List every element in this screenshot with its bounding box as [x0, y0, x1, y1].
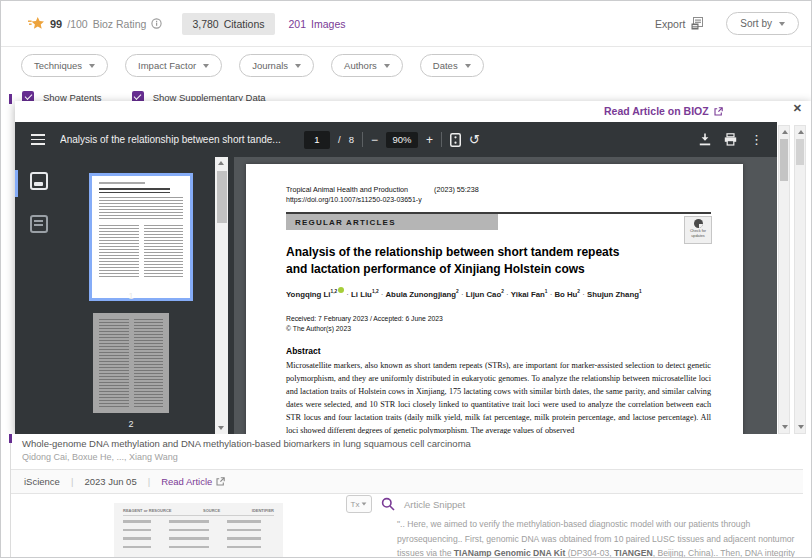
pdf-page-1: Tropical Animal Health and Production(20… — [246, 164, 743, 434]
author-separator: · — [504, 290, 511, 299]
page-thumbnail-2[interactable] — [93, 313, 169, 413]
search-icon[interactable] — [381, 497, 395, 511]
card-accent-top — [9, 94, 12, 104]
citations-label: Citations — [224, 18, 265, 30]
scroll-up-icon[interactable] — [218, 161, 224, 165]
abstract-text: Microsatellite markers, also known as sh… — [286, 359, 711, 434]
article-figure-thumbnail[interactable]: REAGENT or RESOURCE SOURCE IDENTIFIER — [114, 503, 283, 558]
external-link-icon — [714, 107, 723, 116]
read-article-on-bioz-link[interactable]: Read Article on BIOZ — [604, 105, 723, 117]
sidebar-selection-indicator — [15, 170, 18, 197]
scroll-down-icon[interactable] — [798, 425, 804, 429]
filter-dates[interactable]: Dates — [420, 54, 484, 77]
article-preview-modal: Read Article on BIOZ ✕ Analysis of the r… — [15, 101, 811, 434]
meta-divider: | — [148, 476, 150, 487]
filter-techniques[interactable]: Techniques — [21, 54, 108, 77]
author-list: Yongqing Li1,2 · Li Liu1,2 · Abula Zunon… — [286, 287, 642, 299]
table-header: SOURCE — [203, 508, 220, 513]
scroll-up-icon[interactable] — [798, 130, 804, 134]
modal-scrollbar[interactable] — [794, 125, 806, 434]
author: Yikai Fan1 — [511, 290, 548, 299]
author: Li Liu1,2 — [351, 290, 378, 299]
images-tab[interactable]: 201 Images — [289, 18, 346, 30]
filter-label: Dates — [433, 60, 458, 71]
pdf-scrollbar[interactable] — [778, 125, 790, 434]
page-number-input[interactable] — [304, 131, 330, 149]
author: Bo Hu2 — [554, 290, 580, 299]
toolbar-divider — [362, 132, 363, 147]
page-controls: / 8 − 90% + ↺ — [304, 122, 480, 157]
citation-card: Whole-genome DNA methylation and DNA met… — [1, 434, 811, 558]
filter-impact-factor[interactable]: Impact Factor — [125, 54, 222, 77]
rating-label: Bioz Rating — [93, 18, 147, 30]
citations-tab[interactable]: 3,780 Citations — [182, 13, 274, 35]
bioz-star-icon — [28, 16, 45, 32]
images-label: Images — [311, 18, 345, 30]
citation-title[interactable]: Whole-genome DNA methylation and DNA met… — [22, 438, 471, 449]
scroll-down-icon[interactable] — [218, 426, 224, 430]
export-button[interactable]: Export — [655, 17, 704, 30]
scroll-down-icon[interactable] — [782, 425, 788, 429]
section-banner: REGULAR ARTICLES — [286, 214, 498, 230]
chevron-down-icon — [295, 64, 301, 68]
dates-block: Received: 7 February 2023 / Accepted: 6 … — [286, 314, 443, 334]
pdf-viewer: Analysis of the relationship between sho… — [15, 122, 777, 434]
images-count: 201 — [289, 18, 307, 30]
card-accent-purple — [9, 434, 12, 443]
table-header: IDENTIFIER — [252, 508, 274, 513]
pdf-content-area: Tropical Animal Health and Production(20… — [234, 157, 777, 434]
scrollbar-thumb[interactable] — [217, 171, 227, 223]
info-icon[interactable] — [151, 18, 162, 29]
download-icon[interactable] — [699, 133, 711, 146]
filter-journals[interactable]: Journals — [239, 54, 314, 77]
pdf-body: 1 2 Tropical Animal Health and Prod — [15, 157, 777, 434]
author: Yongqing Li1,2 — [286, 290, 344, 299]
article-snippet-section: Tx Article Snippet ".. Here, we aimed to… — [346, 495, 798, 558]
rating-denominator: /100 — [67, 18, 87, 30]
scrollbar-thumb[interactable] — [796, 139, 804, 165]
table-header: REAGENT or RESOURCE — [123, 508, 171, 513]
menu-icon[interactable] — [31, 134, 45, 144]
copyright: © The Author(s) 2023 — [286, 324, 443, 334]
author-separator: · — [580, 290, 587, 299]
filter-label: Impact Factor — [138, 60, 196, 71]
journal-issue: (2023) 55:238 — [434, 185, 479, 194]
text-size-dropdown[interactable]: Tx — [346, 495, 372, 513]
export-csv-icon — [691, 17, 704, 30]
chevron-down-icon — [203, 64, 209, 68]
thumbnails-view-icon[interactable] — [30, 172, 48, 190]
bioz-product-page: 99/100 Bioz Rating 3,780 Citations 201 I… — [0, 0, 812, 558]
article-title: Analysis of the relationship between sho… — [286, 244, 619, 277]
read-article-link[interactable]: Read Article — [161, 476, 225, 487]
total-pages: 8 — [349, 134, 354, 145]
print-icon[interactable] — [724, 133, 737, 146]
journal-name: Tropical Animal Health and Production — [286, 185, 408, 194]
meta-divider: | — [71, 476, 73, 487]
thumbnail-label: 1 — [86, 291, 176, 301]
scrollbar-thumb[interactable] — [780, 139, 788, 181]
snippet-product-name: TIANamp Genomic DNA Kit — [454, 548, 565, 558]
document-outline-icon[interactable] — [30, 215, 48, 233]
zoom-level: 90% — [386, 132, 418, 148]
page-thumbnail-1[interactable] — [89, 173, 193, 301]
external-link-icon — [216, 477, 225, 486]
more-options-icon[interactable]: ⋮ — [750, 132, 763, 147]
sort-by-dropdown[interactable]: Sort by — [726, 12, 799, 35]
citations-count: 3,780 — [192, 18, 218, 30]
author-separator: · — [459, 290, 466, 299]
close-icon[interactable]: ✕ — [793, 102, 802, 115]
rotate-button[interactable]: ↺ — [469, 132, 480, 147]
journal-line: Tropical Animal Health and Production(20… — [286, 185, 479, 194]
zoom-out-button[interactable]: − — [371, 133, 378, 147]
sidebar-scrollbar[interactable] — [215, 157, 228, 434]
toolbar-right-controls: ⋮ — [699, 122, 763, 157]
journal-name: iScience — [24, 476, 60, 487]
scroll-up-icon[interactable] — [782, 130, 788, 134]
filter-label: Authors — [344, 60, 377, 71]
fit-page-button[interactable] — [450, 133, 461, 147]
filter-authors[interactable]: Authors — [331, 54, 403, 77]
check-for-updates-badge[interactable]: Check for updates — [684, 216, 712, 244]
zoom-in-button[interactable]: + — [426, 133, 433, 147]
page-separator: / — [338, 134, 341, 145]
article-title-line1: Analysis of the relationship between sho… — [286, 244, 619, 261]
